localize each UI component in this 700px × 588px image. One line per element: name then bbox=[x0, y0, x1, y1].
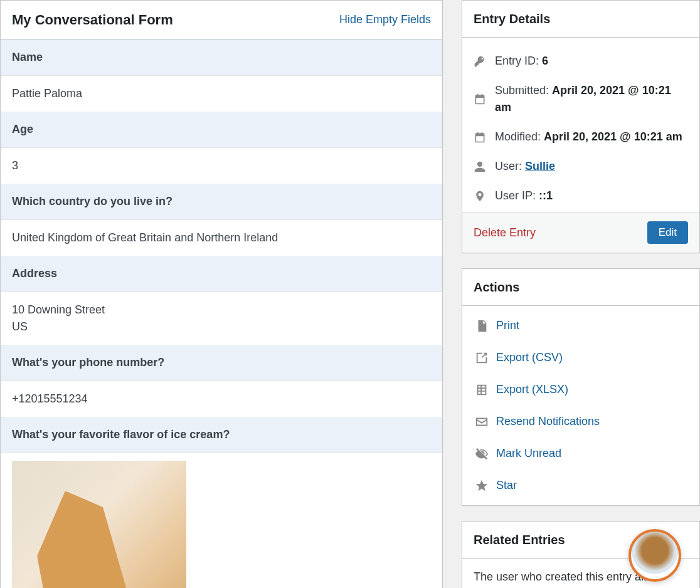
entry-ip-value: ::1 bbox=[539, 189, 553, 202]
actions-header: Actions bbox=[462, 269, 699, 306]
actions-panel: Actions PrintExport (CSV)Export (XLSX)Re… bbox=[462, 268, 700, 506]
action-label: Export (XLSX) bbox=[496, 381, 568, 398]
key-icon bbox=[474, 55, 486, 68]
delete-entry-link[interactable]: Delete Entry bbox=[474, 224, 536, 241]
form-entry-panel: My Conversational Form Hide Empty Fields… bbox=[0, 0, 443, 588]
field-label: Which country do you live in? bbox=[1, 184, 442, 220]
calendar-icon bbox=[474, 131, 486, 144]
entry-ip-label: User IP: bbox=[495, 189, 539, 202]
location-icon bbox=[474, 190, 486, 202]
action-resend-notifications[interactable]: Resend Notifications bbox=[465, 406, 697, 438]
action-label: Print bbox=[496, 317, 519, 334]
star-icon bbox=[475, 479, 489, 493]
action-label: Export (CSV) bbox=[496, 349, 563, 366]
field-label: Age bbox=[1, 112, 442, 148]
export-icon bbox=[475, 351, 489, 365]
field-value: Vanilla bbox=[1, 453, 442, 588]
action-label: Resend Notifications bbox=[496, 413, 600, 430]
field-label: What's your phone number? bbox=[1, 345, 442, 381]
actions-title: Actions bbox=[474, 278, 519, 297]
action-print[interactable]: Print bbox=[465, 310, 697, 342]
action-label: Star bbox=[496, 477, 517, 494]
action-star[interactable]: Star bbox=[465, 470, 697, 501]
form-panel-header: My Conversational Form Hide Empty Fields bbox=[1, 1, 442, 39]
user-icon bbox=[474, 160, 486, 173]
field-value: +12015551234 bbox=[1, 381, 442, 417]
spreadsheet-icon bbox=[475, 383, 489, 397]
entry-modified-value: April 20, 2021 @ 10:21 am bbox=[544, 130, 682, 143]
action-export-xlsx[interactable]: Export (XLSX) bbox=[465, 374, 697, 406]
entry-user-link[interactable]: Sullie bbox=[525, 160, 555, 172]
field-value: Pattie Paloma bbox=[1, 76, 442, 112]
field-label: Address bbox=[1, 256, 442, 292]
entry-modified-label: Modified: bbox=[495, 130, 544, 143]
edit-button[interactable]: Edit bbox=[647, 221, 688, 244]
entry-id-row: Entry ID: 6 bbox=[474, 46, 688, 76]
entry-user-label: User: bbox=[495, 160, 525, 172]
calendar-icon bbox=[474, 93, 486, 105]
action-mark-unread[interactable]: Mark Unread bbox=[465, 438, 697, 470]
related-title: Related Entries bbox=[474, 530, 565, 549]
eyeoff-icon bbox=[475, 447, 489, 461]
file-icon bbox=[475, 319, 489, 333]
field-label: What's your favorite flavor of ice cream… bbox=[1, 417, 442, 453]
action-export-csv[interactable]: Export (CSV) bbox=[465, 342, 697, 374]
entry-id-label: Entry ID: bbox=[495, 55, 542, 67]
hide-empty-fields-link[interactable]: Hide Empty Fields bbox=[339, 11, 431, 28]
entry-modified-row: Modified: April 20, 2021 @ 10:21 am bbox=[474, 122, 688, 152]
entry-submitted-label: Submitted: bbox=[495, 84, 552, 97]
form-title: My Conversational Form bbox=[12, 9, 173, 30]
field-value: 10 Downing StreetUS bbox=[1, 292, 442, 345]
field-value: United Kingdom of Great Britain and Nort… bbox=[1, 220, 442, 256]
help-mascot-icon[interactable] bbox=[628, 529, 681, 582]
entry-details-footer: Delete Entry Edit bbox=[462, 212, 699, 253]
field-image bbox=[12, 461, 186, 588]
field-value: 3 bbox=[1, 148, 442, 184]
action-label: Mark Unread bbox=[496, 445, 561, 462]
entry-ip-row: User IP: ::1 bbox=[474, 181, 688, 211]
entry-details-panel: Entry Details Entry ID: 6 Submitted: Apr… bbox=[462, 0, 700, 253]
entry-submitted-row: Submitted: April 20, 2021 @ 10:21 am bbox=[474, 76, 688, 122]
entry-details-title: Entry Details bbox=[474, 9, 550, 28]
field-label: Name bbox=[1, 39, 442, 76]
entry-id-value: 6 bbox=[542, 55, 548, 67]
entry-details-header: Entry Details bbox=[462, 1, 699, 38]
entry-user-row: User: Sullie bbox=[474, 152, 688, 181]
mail-icon bbox=[475, 415, 489, 429]
